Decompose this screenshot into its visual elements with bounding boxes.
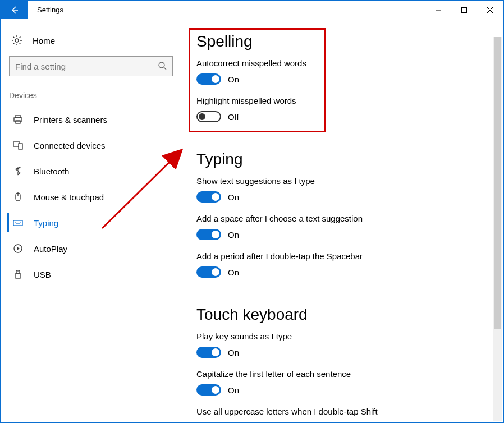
- toggle-autocorrect[interactable]: [196, 73, 221, 85]
- toggle-state: On: [228, 192, 239, 202]
- window-title: Settings: [28, 1, 63, 19]
- toggle-state: On: [228, 268, 239, 277]
- svg-rect-15: [13, 220, 22, 226]
- toggle-capitalize-first[interactable]: [196, 384, 221, 396]
- vertical-scrollbar[interactable]: [493, 37, 502, 421]
- setting-label: Autocorrect misspelled words: [196, 58, 489, 68]
- svg-point-6: [159, 62, 164, 68]
- setting-label: Show text suggestions as I type: [196, 176, 489, 186]
- home-label: Home: [33, 36, 55, 45]
- sidebar-item-connected-devices[interactable]: Connected devices: [7, 132, 186, 158]
- setting-add-space: Add a space after I choose a text sugges…: [196, 214, 489, 240]
- setting-key-sounds: Play key sounds as I type On: [196, 332, 489, 358]
- sidebar-item-autoplay[interactable]: AutoPlay: [7, 236, 186, 261]
- home-nav[interactable]: Home: [7, 30, 186, 56]
- svg-point-5: [15, 39, 19, 42]
- setting-text-suggestions: Show text suggestions as I type On: [196, 176, 489, 203]
- back-button[interactable]: [1, 1, 28, 19]
- setting-label: Capitalize the first letter of each sent…: [196, 369, 489, 379]
- svg-rect-2: [462, 7, 467, 12]
- svg-rect-22: [16, 270, 20, 273]
- sidebar-item-printers[interactable]: Printers & scanners: [7, 107, 186, 132]
- window-controls: [425, 1, 503, 19]
- setting-label: Use all uppercase letters when I double-…: [196, 407, 489, 416]
- mouse-icon: [12, 192, 24, 202]
- setting-uppercase-shift: Use all uppercase letters when I double-…: [196, 407, 489, 416]
- sidebar: Home Devices Printers & scanners Connect…: [1, 19, 186, 422]
- sidebar-item-bluetooth[interactable]: Bluetooth: [7, 158, 186, 184]
- setting-add-period: Add a period after I double-tap the Spac…: [196, 251, 489, 278]
- sidebar-item-mouse[interactable]: Mouse & touchpad: [7, 184, 186, 210]
- setting-label: Add a period after I double-tap the Spac…: [196, 251, 489, 261]
- sidebar-item-usb[interactable]: USB: [7, 261, 186, 287]
- toggle-add-period[interactable]: [196, 266, 221, 278]
- printer-icon: [12, 114, 24, 125]
- section-title-typing: Typing: [196, 150, 489, 168]
- setting-label: Play key sounds as I type: [196, 332, 489, 341]
- toggle-add-space[interactable]: [196, 229, 221, 240]
- setting-label: Add a space after I choose a text sugges…: [196, 214, 489, 223]
- toggle-state: On: [228, 230, 239, 240]
- toggle-state: On: [228, 348, 239, 357]
- minimize-button[interactable]: [425, 1, 451, 19]
- sidebar-item-label: Printers & scanners: [34, 115, 107, 125]
- content-pane: Spelling Autocorrect misspelled words On…: [186, 19, 503, 422]
- gear-icon: [11, 35, 22, 46]
- setting-label: Highlight misspelled words: [196, 96, 489, 105]
- toggle-key-sounds[interactable]: [196, 347, 221, 358]
- maximize-button[interactable]: [451, 1, 477, 19]
- sidebar-item-label: Connected devices: [34, 141, 106, 150]
- svg-rect-23: [16, 273, 20, 278]
- sidebar-item-label: Mouse & touchpad: [34, 192, 104, 202]
- toggle-state: Off: [228, 112, 239, 122]
- section-title-touch-keyboard: Touch keyboard: [196, 306, 489, 324]
- setting-capitalize-first: Capitalize the first letter of each sent…: [196, 369, 489, 396]
- toggle-state: On: [228, 75, 239, 84]
- usb-icon: [12, 269, 24, 279]
- setting-highlight-misspelled: Highlight misspelled words Off: [196, 96, 489, 122]
- toggle-state: On: [228, 385, 239, 395]
- toggle-text-suggestions[interactable]: [196, 191, 221, 203]
- svg-rect-12: [19, 144, 22, 149]
- devices-icon: [12, 140, 24, 150]
- sidebar-item-label: Bluetooth: [34, 167, 69, 176]
- titlebar: Settings: [1, 1, 503, 19]
- sidebar-item-label: USB: [34, 270, 51, 279]
- svg-line-7: [164, 67, 166, 70]
- autoplay-icon: [12, 243, 24, 254]
- close-button[interactable]: [477, 1, 503, 19]
- scrollbar-thumb[interactable]: [494, 37, 501, 329]
- setting-autocorrect: Autocorrect misspelled words On: [196, 58, 489, 85]
- search-box[interactable]: [9, 56, 173, 76]
- toggle-highlight-misspelled[interactable]: [196, 111, 221, 122]
- keyboard-icon: [12, 218, 24, 228]
- section-title-spelling: Spelling: [196, 33, 489, 50]
- bluetooth-icon: [12, 166, 24, 176]
- sidebar-item-label: Typing: [34, 218, 58, 228]
- sidebar-group-header: Devices: [7, 88, 186, 107]
- sidebar-item-typing[interactable]: Typing: [7, 210, 186, 236]
- search-icon: [158, 61, 167, 72]
- search-input[interactable]: [15, 62, 158, 71]
- sidebar-item-label: AutoPlay: [34, 244, 67, 254]
